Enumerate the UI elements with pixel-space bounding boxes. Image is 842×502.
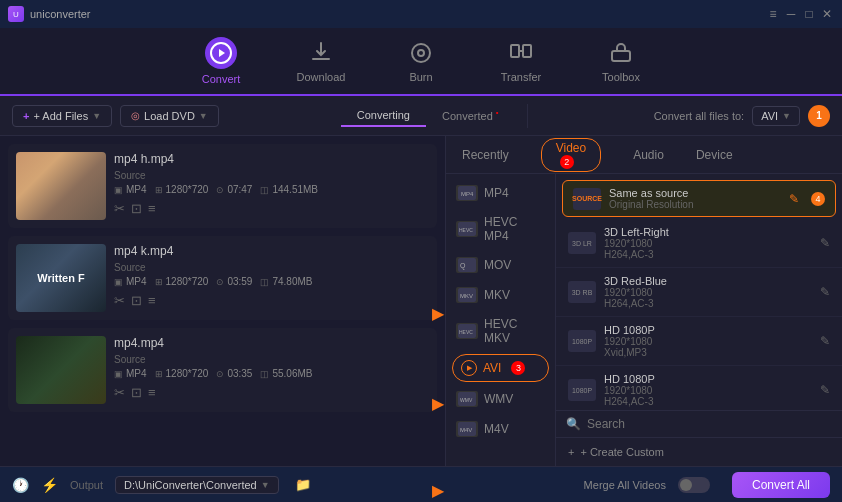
history-icon[interactable]: 🕐 (12, 477, 29, 493)
nav-burn[interactable]: Burn (371, 31, 471, 91)
bolt-icon[interactable]: ⚡ (41, 477, 58, 493)
preset-same-as-source[interactable]: SOURCE Same as source Original Resolutio… (562, 180, 836, 217)
avi-badge: 3 (511, 361, 525, 375)
format-presets: SOURCE Same as source Original Resolutio… (556, 174, 842, 410)
preset-label-container: Same as source Original Resolution (609, 187, 694, 210)
preset-1080p-xvid-label: HD 1080P (604, 324, 655, 336)
preset-3drb-edit-icon[interactable]: ✎ (820, 285, 830, 299)
nav-download[interactable]: Download (271, 31, 371, 91)
preset-1080p-h264-edit-icon[interactable]: ✎ (820, 383, 830, 397)
preset-hd-1080p-h264[interactable]: 1080P HD 1080P 1920*1080H264,AC-3 ✎ (556, 366, 842, 410)
hevc-mkv-icon: HEVC (456, 323, 478, 339)
format-avi[interactable]: AVI 3 (452, 354, 549, 382)
file-size: ◫ 74.80MB (260, 276, 312, 287)
convert-all-label: Convert all files to: (654, 110, 744, 122)
hevc-mp4-icon: HEVC (456, 221, 478, 237)
search-input[interactable] (587, 417, 832, 431)
file-list: mp4 h.mp4 Source ▣ MP4 ⊞ 1280*720 ⊙ (0, 136, 445, 466)
preset-same-as-source-sub: Original Resolution (609, 199, 694, 210)
output-path[interactable]: D:\UniConverter\Converted ▼ (115, 476, 279, 494)
toolbox-icon (607, 39, 635, 67)
file-actions: ✂ ⊡ ≡ (114, 385, 429, 400)
cut-button[interactable]: ✂ (114, 385, 125, 400)
thumb-text: Written F (33, 268, 88, 288)
mov-icon: Q (456, 257, 478, 273)
svg-rect-6 (612, 51, 630, 61)
format-chevron-icon: ▼ (782, 111, 791, 121)
load-dvd-button[interactable]: ◎ Load DVD ▼ (120, 105, 219, 127)
format-hevc-mp4[interactable]: HEVC HEVC MP4 (446, 208, 555, 250)
mkv-label: MKV (484, 288, 510, 302)
mov-label: MOV (484, 258, 511, 272)
output-label: Output (70, 479, 103, 491)
settings-button[interactable]: ≡ (148, 385, 156, 400)
create-custom-button[interactable]: + + Create Custom (556, 437, 842, 466)
svg-text:Q: Q (460, 262, 466, 270)
size-icon: ◫ (260, 185, 269, 195)
preset-3drb-label: 3D Red-Blue (604, 275, 667, 287)
preset-3d-red-blue[interactable]: 3D RB 3D Red-Blue 1920*1080H264,AC-3 ✎ (556, 268, 842, 317)
minimize-button[interactable]: ─ (784, 7, 798, 21)
resolution-icon: ⊞ (155, 277, 163, 287)
format-mkv[interactable]: MKV MKV (446, 280, 555, 310)
format-select[interactable]: AVI ▼ (752, 106, 800, 126)
presets-container: SOURCE Same as source Original Resolutio… (556, 174, 842, 466)
preset-3d-left-right[interactable]: 3D LR 3D Left-Right 1920*1080H264,AC-3 ✎ (556, 219, 842, 268)
close-button[interactable]: ✕ (820, 7, 834, 21)
plus-icon: + (23, 110, 29, 122)
tab-device[interactable]: Device (680, 136, 749, 173)
tab-audio[interactable]: Audio (617, 136, 680, 173)
preset-1080p-xvid-edit-icon[interactable]: ✎ (820, 334, 830, 348)
cut-button[interactable]: ✂ (114, 293, 125, 308)
search-icon: 🔍 (566, 417, 581, 431)
transfer-icon (507, 39, 535, 67)
format-list: MP4 MP4 HEVC HEVC MP4 Q MOV (446, 174, 556, 466)
merge-toggle[interactable] (678, 477, 710, 493)
preset-3dlr-icon: 3D LR (568, 232, 596, 254)
title-bar-controls[interactable]: ≡ ─ □ ✕ (766, 7, 834, 21)
preset-label-container: HD 1080P 1920*1080H264,AC-3 (604, 373, 655, 407)
format-badge[interactable]: 1 (808, 105, 830, 127)
output-path-text: D:\UniConverter\Converted (124, 479, 257, 491)
preset-1080p-h264-icon: 1080P (568, 379, 596, 401)
crop-button[interactable]: ⊡ (131, 201, 142, 216)
crop-button[interactable]: ⊡ (131, 293, 142, 308)
convert-all-button[interactable]: Convert All (732, 472, 830, 498)
format-m4v[interactable]: M4V M4V (446, 414, 555, 444)
nav-download-label: Download (297, 71, 346, 83)
nav-bar: Convert Download Burn Transfer (0, 28, 842, 96)
format-hevc-mkv[interactable]: HEVC HEVC MKV (446, 310, 555, 352)
tab-converted[interactable]: Converted • (426, 104, 515, 128)
tab-recently[interactable]: Recently (446, 136, 525, 173)
add-files-button[interactable]: + + Add Files ▼ (12, 105, 112, 127)
file-resolution: ⊞ 1280*720 (155, 276, 209, 287)
source-label: Source (114, 354, 146, 365)
file-name: mp4 k.mp4 (114, 244, 429, 258)
arrow-indicator-1: ▶ (432, 304, 444, 323)
preset-edit-icon[interactable]: ✎ (789, 192, 799, 206)
nav-convert[interactable]: Convert (171, 29, 271, 93)
folder-icon[interactable]: 📁 (295, 477, 311, 492)
tab-video[interactable]: Video 2 (525, 136, 617, 173)
settings-button[interactable]: ≡ (148, 201, 156, 216)
cut-button[interactable]: ✂ (114, 201, 125, 216)
file-item: mp4.mp4 Source ▣ MP4 ⊞ 1280*720 ⊙ 03 (8, 328, 437, 412)
nav-toolbox[interactable]: Toolbox (571, 31, 671, 91)
source-label: Source (114, 170, 146, 181)
format-mov[interactable]: Q MOV (446, 250, 555, 280)
preset-source-icon: SOURCE (573, 188, 601, 210)
preset-3dlr-sub: 1920*1080H264,AC-3 (604, 238, 669, 260)
nav-transfer[interactable]: Transfer (471, 31, 571, 91)
file-actions: ✂ ⊡ ≡ (114, 201, 429, 216)
settings-button[interactable]: ≡ (148, 293, 156, 308)
preset-hd-1080p-xvid[interactable]: 1080P HD 1080P 1920*1080Xvid,MP3 ✎ (556, 317, 842, 366)
size-icon: ◫ (260, 277, 269, 287)
format-wmv[interactable]: WMV WMV (446, 384, 555, 414)
preset-3dlr-edit-icon[interactable]: ✎ (820, 236, 830, 250)
menu-button[interactable]: ≡ (766, 7, 780, 21)
format-mp4[interactable]: MP4 MP4 (446, 178, 555, 208)
crop-button[interactable]: ⊡ (131, 385, 142, 400)
tab-converting[interactable]: Converting (341, 104, 426, 128)
maximize-button[interactable]: □ (802, 7, 816, 21)
hevc-mkv-label: HEVC MKV (484, 317, 545, 345)
